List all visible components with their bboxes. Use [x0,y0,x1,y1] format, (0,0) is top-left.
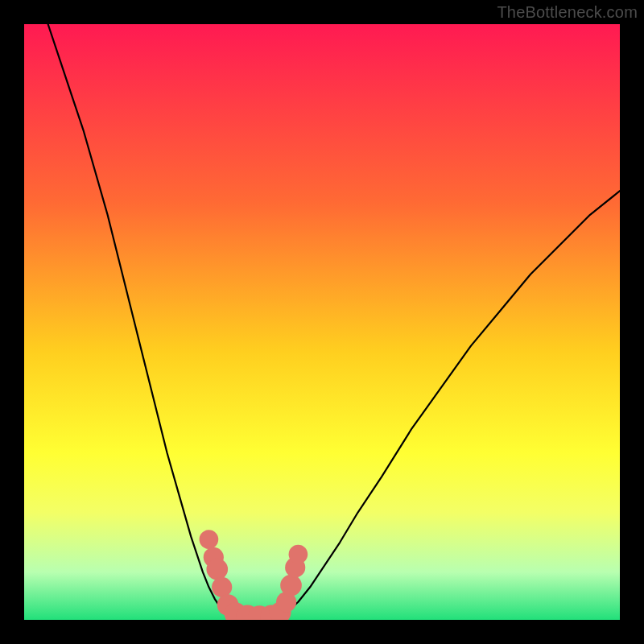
data-point [280,575,302,597]
data-point [212,577,232,597]
chart-frame: TheBottleneck.com [0,0,644,644]
data-point [200,530,219,549]
data-point [289,545,308,564]
watermark-text: TheBottleneck.com [497,3,638,22]
chart-svg [24,24,620,620]
chart-background-gradient [24,24,620,620]
chart-plot-area [24,24,620,620]
data-point [206,559,228,580]
